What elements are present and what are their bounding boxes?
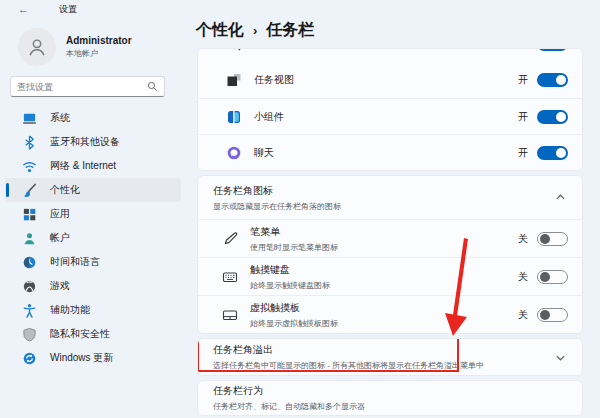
- touch-keyboard-icon: [222, 269, 238, 285]
- breadcrumb-separator: ›: [253, 23, 257, 38]
- network-icon: [22, 159, 37, 174]
- bluetooth-icon: [22, 135, 37, 150]
- toggle-switch[interactable]: [537, 73, 568, 87]
- setting-label: 小组件: [254, 110, 284, 124]
- windows-update-icon: [22, 351, 37, 366]
- search-icon: [226, 49, 242, 52]
- corner-overflow-header[interactable]: 任务栏角溢出 选择任务栏角中可能显示的图标 - 所有其他图标将显示在任务栏角溢出…: [198, 339, 582, 375]
- sidebar-item-personalization[interactable]: 个性化: [5, 178, 181, 202]
- section-title: 任务栏行为: [213, 384, 365, 398]
- setting-row-touch-keyboard[interactable]: 触摸键盘 始终显示触摸键盘图标 关: [198, 257, 582, 295]
- toggle-switch[interactable]: [537, 232, 568, 246]
- setting-label: 触摸键盘: [250, 263, 330, 277]
- apps-icon: [22, 207, 37, 222]
- sidebar-item-label: 帐户: [50, 231, 70, 245]
- corner-icons-card: 任务栏角图标 显示或隐藏显示在任务栏角落的图标 笔菜单 使用笔时显示笔菜单图标 …: [197, 175, 583, 334]
- toggle-state-label: 关: [518, 308, 528, 322]
- sidebar-item-label: 蓝牙和其他设备: [50, 135, 120, 149]
- setting-subtitle: 使用笔时显示笔菜单图标: [250, 242, 338, 253]
- sidebar-item-accounts[interactable]: 帐户: [5, 226, 181, 250]
- toggle-state-label: 开: [518, 110, 528, 124]
- system-icon: [22, 111, 37, 126]
- sidebar-item-label: 辅助功能: [50, 303, 90, 317]
- search-icon: [147, 81, 158, 92]
- avatar: [18, 28, 56, 66]
- corner-icons-header[interactable]: 任务栏角图标 显示或隐藏显示在任务栏角落的图标: [198, 176, 582, 219]
- section-subtitle: 显示或隐藏显示在任务栏角落的图标: [213, 201, 341, 212]
- sidebar-item-label: 系统: [50, 111, 70, 125]
- taskbar-items-card: 搜索 开 任务视图 开 小组件 开: [197, 48, 583, 171]
- sidebar-item-bluetooth[interactable]: 蓝牙和其他设备: [5, 130, 181, 154]
- personalization-icon: [22, 183, 37, 198]
- user-account-block[interactable]: Administrator 本地帐户: [18, 28, 186, 66]
- toggle-switch[interactable]: [537, 110, 568, 124]
- sidebar-item-privacy[interactable]: 隐私和安全性: [5, 322, 181, 346]
- toggle-state-label: 关: [518, 270, 528, 284]
- toggle-state-label: 开: [518, 49, 528, 51]
- setting-row-chat[interactable]: 聊天 开: [198, 134, 582, 170]
- setting-subtitle: 始终显示触摸键盘图标: [250, 280, 330, 291]
- sidebar-item-label: Windows 更新: [50, 351, 113, 365]
- setting-label: 虚拟触摸板: [250, 301, 338, 315]
- sidebar-item-label: 个性化: [50, 183, 80, 197]
- touchpad-icon: [222, 307, 238, 323]
- section-subtitle: 任务栏对齐、标记、自动隐藏和多个显示器: [213, 401, 365, 412]
- setting-label: 笔菜单: [250, 225, 338, 239]
- person-icon: [26, 36, 48, 58]
- widgets-icon: [226, 109, 242, 125]
- sidebar-item-system[interactable]: 系统: [5, 106, 181, 130]
- setting-row-search[interactable]: 搜索 开: [198, 49, 582, 62]
- toggle-state-label: 关: [518, 232, 528, 246]
- setting-subtitle: 始终显示虚拟触摸板图标: [250, 318, 338, 329]
- settings-search[interactable]: [10, 76, 165, 97]
- sidebar-item-time-language[interactable]: 时间和语言: [5, 250, 181, 274]
- setting-label: 任务视图: [254, 73, 294, 87]
- sidebar: Administrator 本地帐户 系统 蓝牙和其他设备 网络 &: [0, 18, 186, 418]
- setting-row-virtual-touchpad[interactable]: 虚拟触摸板 始终显示虚拟触摸板图标 关: [198, 295, 582, 333]
- section-title: 任务栏角图标: [213, 184, 341, 198]
- toggle-switch[interactable]: [537, 308, 568, 322]
- sidebar-item-label: 隐私和安全性: [50, 327, 110, 341]
- toggle-state-label: 开: [518, 73, 528, 87]
- sidebar-item-label: 游戏: [50, 279, 70, 293]
- toggle-switch[interactable]: [537, 49, 568, 51]
- sidebar-item-apps[interactable]: 应用: [5, 202, 181, 226]
- pen-icon: [222, 231, 238, 247]
- setting-label: 搜索: [254, 49, 274, 51]
- sidebar-item-network[interactable]: 网络 & Internet: [5, 154, 181, 178]
- breadcrumb: 个性化 › 任务栏: [196, 20, 314, 41]
- page-title: 任务栏: [266, 20, 314, 41]
- task-view-icon: [226, 72, 242, 88]
- app-title: 设置: [59, 3, 77, 16]
- accounts-icon: [22, 231, 37, 246]
- chevron-down-icon[interactable]: [554, 351, 566, 363]
- sidebar-nav: 系统 蓝牙和其他设备 网络 & Internet 个性化 应用: [5, 106, 181, 370]
- toggle-switch[interactable]: [537, 270, 568, 284]
- back-button[interactable]: ←: [18, 3, 29, 15]
- user-account-type: 本地帐户: [66, 48, 132, 59]
- setting-row-pen-menu[interactable]: 笔菜单 使用笔时显示笔菜单图标 关: [198, 219, 582, 257]
- section-subtitle: 选择任务栏角中可能显示的图标 - 所有其他图标将显示在任务栏角溢出菜单中: [213, 360, 484, 371]
- setting-row-widgets[interactable]: 小组件 开: [198, 98, 582, 134]
- sidebar-item-accessibility[interactable]: 辅助功能: [5, 298, 181, 322]
- setting-row-task-view[interactable]: 任务视图 开: [198, 62, 582, 98]
- gaming-icon: [22, 279, 37, 294]
- taskbar-settings-content: 搜索 开 任务视图 开 小组件 开: [197, 48, 583, 418]
- toggle-switch[interactable]: [537, 146, 568, 160]
- sidebar-item-gaming[interactable]: 游戏: [5, 274, 181, 298]
- sidebar-item-windows-update[interactable]: Windows 更新: [5, 346, 181, 370]
- section-title: 任务栏角溢出: [213, 343, 484, 357]
- time-language-icon: [22, 255, 37, 270]
- search-input[interactable]: [17, 82, 147, 92]
- accessibility-icon: [22, 303, 37, 318]
- privacy-icon: [22, 327, 37, 342]
- sidebar-item-label: 时间和语言: [50, 255, 100, 269]
- clipped-row-wrap: 搜索 开: [198, 49, 582, 62]
- chat-icon: [226, 145, 242, 161]
- setting-label: 聊天: [254, 146, 274, 160]
- toggle-state-label: 开: [518, 146, 528, 160]
- behaviors-header[interactable]: 任务栏行为 任务栏对齐、标记、自动隐藏和多个显示器: [198, 381, 582, 415]
- breadcrumb-parent[interactable]: 个性化: [196, 20, 244, 41]
- corner-overflow-card: 任务栏角溢出 选择任务栏角中可能显示的图标 - 所有其他图标将显示在任务栏角溢出…: [197, 338, 583, 376]
- chevron-up-icon[interactable]: [554, 192, 566, 204]
